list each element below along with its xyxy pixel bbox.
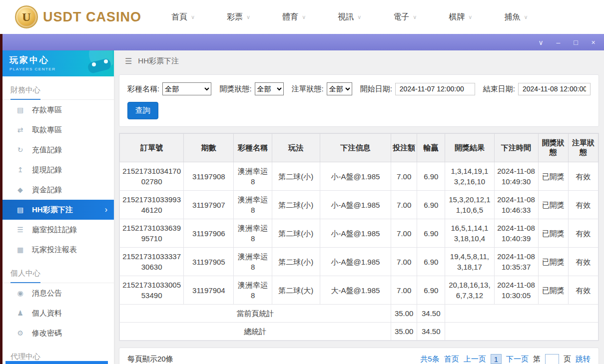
table-header-row: 訂單號 期數 彩種名稱 玩法 下注信息 投注額 輸贏 開獎結果 下注時間 開獎狀… (120, 134, 599, 162)
sidebar-bottom-strip (5, 361, 108, 364)
sidebar-item-label: 玩家投注報表 (32, 245, 77, 255)
sidebar-item-change-password[interactable]: ⚙ 修改密碼 (2, 323, 114, 343)
sidebar-item-label: 修改密碼 (32, 329, 62, 338)
first-page-link[interactable]: 首页 (444, 355, 459, 364)
cell-bet-amount: 7.00 (391, 191, 417, 219)
sidebar-item-player-bet-report[interactable]: ▦ 玩家投注報表 (2, 240, 114, 260)
table-row: 2152173103333730630 31197905 澳洲幸运8 第二球(小… (120, 248, 599, 276)
lottery-select[interactable]: 全部 (162, 82, 211, 95)
filter-panel: 彩種名稱: 全部 開獎狀態: 全部 注單狀態: 全部 開始日期: 結束日期: (119, 74, 599, 127)
col-bet-time: 下注時間 (494, 134, 538, 162)
nav-item-fishing[interactable]: 捕魚 ∨ (504, 12, 528, 22)
cell-draw-result: 16,5,1,14,13,18,10,4 (445, 219, 494, 248)
cell-period: 31197907 (184, 191, 234, 219)
menu-icon[interactable]: ☰ (125, 56, 132, 66)
sidebar-item-hh-lottery-bets[interactable]: ▤ HH彩票下注 › (2, 200, 114, 220)
draw-status-label: 開獎狀態: (219, 84, 251, 94)
nav-label: 首頁 (171, 12, 187, 22)
logo-text: USDT CASINO (43, 9, 141, 25)
window-collapse-button[interactable]: ∨ (537, 38, 545, 46)
logo[interactable]: U USDT CASINO (15, 5, 141, 28)
nav-item-video[interactable]: 視訊 ∨ (338, 12, 361, 22)
total-summary-bet: 35.00 (391, 323, 417, 341)
chevron-down-icon: ∨ (524, 14, 528, 20)
sidebar-item-recharge-records[interactable]: ↻ 充值記錄 (2, 140, 114, 160)
cell-bet-amount: 7.00 (391, 219, 417, 248)
section-personal: 個人中心 (2, 265, 114, 283)
bets-table: 訂單號 期數 彩種名稱 玩法 下注信息 投注額 輸贏 開獎結果 下注時間 開獎狀… (119, 133, 599, 341)
end-date-input[interactable] (518, 83, 591, 95)
window-controls: ∨ – □ × (537, 38, 597, 46)
nav-item-lottery[interactable]: 彩票 ∨ (227, 12, 250, 22)
recharge-record-icon: ↻ (16, 146, 24, 154)
col-draw-result: 開獎結果 (445, 134, 494, 162)
jump-button[interactable]: 跳转 (576, 355, 591, 364)
cell-bet-info: 小-A盤@1.985 (320, 219, 391, 248)
prev-page-link[interactable]: 上一页 (464, 355, 486, 364)
cell-draw-result: 20,18,16,13,6,7,3,12 (445, 276, 494, 305)
sidebar-item-funds-records[interactable]: ◆ 資金記錄 (2, 180, 114, 200)
sidebar-item-label: 取款專區 (32, 125, 62, 135)
cell-bet-amount: 7.00 (391, 162, 417, 191)
nav-label: 彩票 (227, 12, 243, 22)
cell-order-status: 有效 (568, 276, 598, 305)
sidebar-item-label: 充值記錄 (32, 145, 62, 155)
nav-item-board-games[interactable]: 棋牌 ∨ (449, 12, 472, 22)
cell-period: 31197906 (184, 219, 234, 248)
window-minimize-button[interactable]: – (555, 38, 562, 46)
window-close-button[interactable]: × (590, 38, 597, 46)
cell-bet-time: 2024-11-08 10:30:05 (494, 276, 538, 305)
window-maximize-button[interactable]: □ (572, 38, 580, 46)
cell-order-status: 有效 (568, 219, 598, 248)
page-size-text: 每頁顯示20條 (127, 355, 173, 364)
sidebar-item-withdrawal-records[interactable]: ↥ 提現記錄 (2, 160, 114, 180)
next-page-link[interactable]: 下一页 (506, 355, 529, 364)
cell-draw-result: 1,3,14,19,13,2,16,10 (445, 162, 494, 191)
order-status-select[interactable]: 全部 (327, 82, 352, 95)
end-date-label: 結束日期: (483, 84, 515, 94)
withdraw-icon: ⇄ (16, 126, 24, 134)
bell-icon: ◉ (16, 289, 24, 297)
cell-order-status: 有效 (568, 191, 598, 219)
breadcrumb: ☰ HH彩票下注 (114, 50, 604, 71)
cell-order-id: 2152173103333730630 (120, 248, 184, 276)
cell-lottery: 澳洲幸运8 (234, 276, 272, 305)
cell-draw-status: 已開獎 (538, 248, 568, 276)
start-date-input[interactable] (395, 83, 475, 95)
draw-status-select[interactable]: 全部 (255, 82, 284, 95)
funds-record-icon: ◆ (16, 186, 24, 194)
cell-order-id: 2152173103300553490 (120, 276, 184, 305)
pager: 共5条 首页 上一页 1 下一页 第 页 跳转 (420, 354, 591, 364)
cell-bet-time: 2024-11-08 10:49:30 (494, 162, 538, 191)
jump-page-input[interactable] (545, 354, 559, 364)
cell-win-loss: 6.90 (417, 276, 445, 305)
sidebar-item-withdraw[interactable]: ⇄ 取款專區 (2, 120, 114, 140)
sidebar-item-label: 廳室投註記錄 (32, 225, 77, 235)
table-row: 2152173103417002780 31197908 澳洲幸运8 第二球(小… (120, 162, 599, 191)
cell-bet-amount: 7.00 (391, 248, 417, 276)
sidebar: 玩家中心 PLAYERS CENTER 財務中心 ▤ 存款專區 ⇄ 取款專區 (2, 50, 114, 364)
sidebar-item-announcements[interactable]: ◉ 消息公告 (2, 283, 114, 303)
cell-period: 31197905 (184, 248, 234, 276)
cell-bet-info: 小-A盤@1.985 (320, 162, 391, 191)
cell-order-status: 有效 (568, 162, 598, 191)
total-summary-win: 34.50 (417, 323, 445, 341)
sidebar-item-profile[interactable]: ♟ 個人資料 (2, 303, 114, 323)
sidebar-item-room-bet-records[interactable]: ☰ 廳室投註記錄 (2, 220, 114, 240)
sidebar-item-label: 消息公告 (32, 289, 62, 298)
cell-play: 第二球(小) (272, 162, 320, 191)
page-summary-bet: 35.00 (391, 305, 417, 323)
nav-item-electronic[interactable]: 電子 ∨ (393, 12, 417, 22)
jump-prefix: 第 (533, 355, 541, 364)
sidebar-item-deposit[interactable]: ▤ 存款專區 (2, 100, 114, 120)
chevron-down-icon: ∨ (468, 14, 472, 20)
main-content: ☰ HH彩票下注 彩種名稱: 全部 開獎狀態: 全部 注單狀態: 全部 (114, 50, 604, 364)
current-page[interactable]: 1 (491, 354, 502, 364)
search-button[interactable]: 查詢 (127, 102, 158, 119)
cell-order-id: 2152173103363995710 (120, 219, 184, 248)
nav-label: 視訊 (338, 12, 354, 22)
col-order-id: 訂單號 (120, 134, 184, 162)
nav-item-home[interactable]: 首頁 ∨ (171, 12, 195, 22)
nav-item-sports[interactable]: 體育 ∨ (282, 12, 306, 22)
col-draw-status: 開獎狀態 (538, 134, 568, 162)
